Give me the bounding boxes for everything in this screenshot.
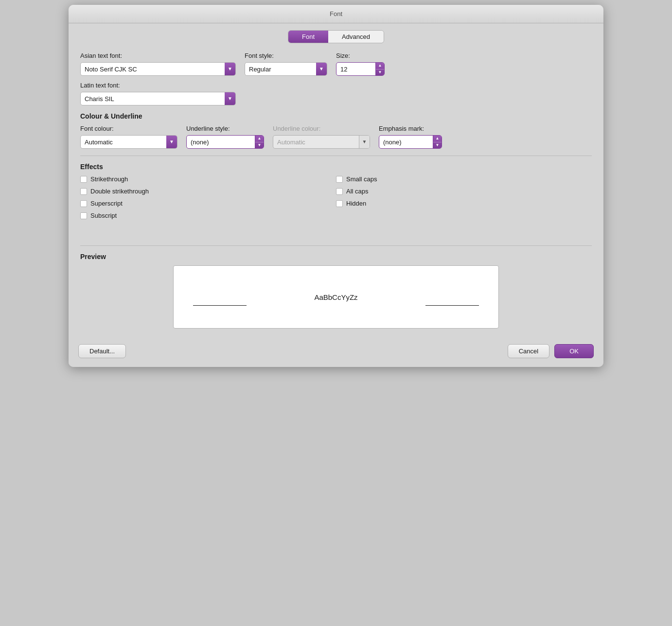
effects-col1: Strikethrough Double strikethrough Super…: [80, 175, 336, 219]
spacer: [80, 219, 592, 239]
preview-heading: Preview: [80, 253, 592, 261]
small-caps-label: Small caps: [346, 175, 377, 183]
font-top-row: Asian text font: Noto Serif CJK SC ▼ Fon…: [80, 52, 592, 76]
asian-font-value: Noto Serif CJK SC: [81, 66, 225, 73]
emphasis-mark-increment-btn[interactable]: ▲: [433, 136, 442, 142]
double-strikethrough-checkbox[interactable]: [80, 188, 87, 195]
font-style-value: Regular: [245, 66, 316, 73]
underline-style-label: Underline style:: [186, 125, 264, 132]
size-value: 12: [336, 66, 375, 73]
latin-font-dropdown-btn[interactable]: ▼: [225, 92, 235, 105]
effects-divider: [80, 156, 592, 156]
chevron-down-icon: ▼: [228, 67, 232, 71]
font-style-dropdown[interactable]: Regular ▼: [245, 62, 327, 76]
underline-colour-dropdown-btn: ▼: [359, 136, 370, 148]
double-strikethrough-row: Double strikethrough: [80, 188, 336, 195]
emphasis-mark-spinner[interactable]: (none) ▲ ▼: [379, 135, 442, 149]
underline-colour-value: Automatic: [273, 139, 359, 146]
small-caps-row: Small caps: [336, 175, 592, 183]
subscript-label: Subscript: [90, 212, 117, 219]
hidden-checkbox[interactable]: [336, 200, 343, 207]
underline-style-spinner-arrows: ▲ ▼: [255, 136, 264, 148]
preview-box: AaBbCcYyZz: [173, 265, 499, 329]
asian-font-dropdown[interactable]: Noto Serif CJK SC ▼: [80, 62, 236, 76]
font-dialog: Font Font Advanced Asian text font: Noto…: [69, 5, 603, 367]
latin-font-label: Latin text font:: [80, 82, 236, 89]
hidden-row: Hidden: [336, 200, 592, 207]
emphasis-mark-decrement-btn[interactable]: ▼: [433, 142, 442, 149]
emphasis-mark-value: (none): [379, 139, 433, 146]
preview-section: Preview AaBbCcYyZz: [80, 253, 592, 329]
strikethrough-row: Strikethrough: [80, 175, 336, 183]
font-style-dropdown-btn[interactable]: ▼: [316, 63, 327, 75]
effects-col2: Small caps All caps Hidden: [336, 175, 592, 219]
asian-font-group: Asian text font: Noto Serif CJK SC ▼: [80, 52, 236, 76]
latin-font-dropdown[interactable]: Charis SIL ▼: [80, 92, 236, 105]
window-title: Font: [330, 10, 342, 17]
underline-colour-label: Underline colour:: [273, 125, 370, 132]
font-style-group: Font style: Regular ▼: [245, 52, 327, 76]
underline-style-spinner[interactable]: (none) ▲ ▼: [186, 135, 264, 149]
small-caps-checkbox[interactable]: [336, 176, 343, 183]
underline-style-group: Underline style: (none) ▲ ▼: [186, 125, 264, 149]
tab-advanced[interactable]: Advanced: [328, 31, 384, 43]
size-spinner[interactable]: 12 ▲ ▼: [336, 62, 385, 76]
tab-font[interactable]: Font: [288, 31, 328, 43]
underline-style-increment-btn[interactable]: ▲: [255, 136, 264, 142]
effects-grid: Strikethrough Double strikethrough Super…: [80, 175, 592, 219]
colour-underline-heading: Colour & Underline: [80, 112, 592, 120]
size-decrement-btn[interactable]: ▼: [376, 70, 384, 76]
latin-font-row: Latin text font: Charis SIL ▼: [80, 82, 592, 105]
font-colour-dropdown[interactable]: Automatic ▼: [80, 135, 177, 149]
superscript-label: Superscript: [90, 200, 123, 207]
strikethrough-checkbox[interactable]: [80, 176, 87, 183]
preview-divider: [80, 245, 592, 246]
all-caps-label: All caps: [346, 188, 369, 195]
font-colour-value: Automatic: [81, 139, 166, 146]
latin-font-group: Latin text font: Charis SIL ▼: [80, 82, 236, 105]
chevron-down-icon: ▼: [362, 139, 367, 144]
size-label: Size:: [336, 52, 385, 59]
emphasis-mark-spinner-arrows: ▲ ▼: [433, 136, 442, 148]
subscript-row: Subscript: [80, 212, 336, 219]
superscript-row: Superscript: [80, 200, 336, 207]
all-caps-checkbox[interactable]: [336, 188, 343, 195]
latin-font-value: Charis SIL: [81, 95, 225, 103]
asian-font-label: Asian text font:: [80, 52, 236, 59]
double-strikethrough-label: Double strikethrough: [90, 188, 149, 195]
font-colour-dropdown-btn[interactable]: ▼: [166, 136, 177, 148]
ok-button[interactable]: OK: [554, 344, 594, 358]
preview-line-right: [425, 305, 479, 306]
asian-font-dropdown-btn[interactable]: ▼: [225, 63, 235, 75]
bottom-bar: Default... Cancel OK: [69, 337, 603, 367]
underline-style-value: (none): [187, 139, 255, 146]
size-spinner-arrows: ▲ ▼: [375, 63, 384, 75]
font-style-label: Font style:: [245, 52, 327, 59]
underline-colour-group: Underline colour: Automatic ▼: [273, 125, 370, 149]
size-increment-btn[interactable]: ▲: [376, 63, 384, 70]
all-caps-row: All caps: [336, 188, 592, 195]
titlebar: Font: [69, 5, 603, 23]
preview-line-left: [193, 305, 247, 306]
main-panel: Asian text font: Noto Serif CJK SC ▼ Fon…: [69, 43, 603, 337]
emphasis-mark-label: Emphasis mark:: [379, 125, 442, 132]
subscript-checkbox[interactable]: [80, 212, 87, 219]
effects-heading: Effects: [80, 163, 592, 171]
font-colour-label: Font colour:: [80, 125, 177, 132]
underline-style-decrement-btn[interactable]: ▼: [255, 142, 264, 149]
font-colour-group: Font colour: Automatic ▼: [80, 125, 177, 149]
cancel-button[interactable]: Cancel: [508, 344, 549, 358]
superscript-checkbox[interactable]: [80, 200, 87, 207]
underline-colour-dropdown: Automatic ▼: [273, 135, 370, 149]
chevron-down-icon: ▼: [319, 67, 324, 71]
default-button[interactable]: Default...: [78, 344, 126, 358]
action-buttons: Cancel OK: [508, 344, 594, 358]
chevron-down-icon: ▼: [169, 139, 174, 144]
colour-underline-row: Font colour: Automatic ▼ Underline style…: [80, 125, 592, 149]
size-group: Size: 12 ▲ ▼: [336, 52, 385, 76]
tab-bar: Font Advanced: [69, 23, 603, 43]
tab-group: Font Advanced: [288, 30, 384, 43]
strikethrough-label: Strikethrough: [90, 175, 128, 183]
preview-sample-text: AaBbCcYyZz: [314, 293, 357, 301]
hidden-label: Hidden: [346, 200, 366, 207]
